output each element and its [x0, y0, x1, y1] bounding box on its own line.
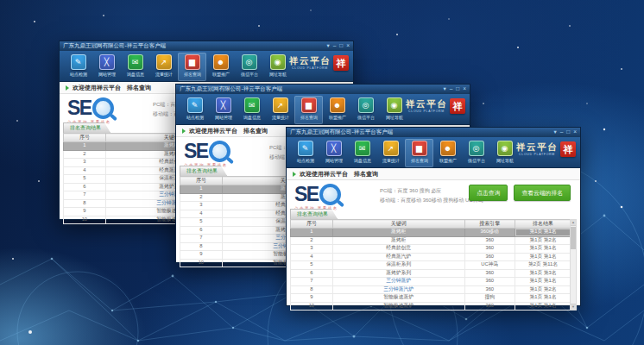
- window-controls: ▾ – □ ×: [439, 86, 466, 92]
- table-body: 1 蒸烤柜 360移动 第1页 第1名 2 蒸烤柜 360 第1页 第2名 3 …: [291, 229, 571, 310]
- green-arrow-icon: [293, 172, 296, 177]
- window-titlebar[interactable]: 广东九鼎王冠网有限公司-祥云平台客户端 ▾ – □ ×: [60, 41, 353, 51]
- green-arrow-icon: [182, 129, 186, 134]
- toolbar-item-site-manage[interactable]: ╳ 网站管理: [92, 53, 121, 81]
- toolbar-item-site-manage[interactable]: ╳ 网站管理: [319, 139, 348, 167]
- site-navigation-icon: ◉: [387, 97, 402, 113]
- close-button[interactable]: ×: [573, 129, 577, 135]
- maximize-button[interactable]: □: [456, 86, 459, 92]
- scrollbar-thumb[interactable]: [571, 227, 576, 249]
- window-controls: ▾ – □ ×: [323, 43, 350, 49]
- toolbar-item-marketing-platform[interactable]: ◎ 微信平台: [235, 53, 263, 81]
- mobile-engines: 移动端：百度移动 360移动 搜狗移动 UC神马: [380, 196, 483, 205]
- desktop-background: 广东九鼎王冠网有限公司-祥云平台客户端 ▾ – □ × ✎ 站点检测 ╳ 网站管…: [0, 0, 644, 345]
- scroll-down-icon[interactable]: ▼: [571, 304, 576, 310]
- close-button[interactable]: ×: [463, 86, 466, 92]
- toolbar-item-rank-query[interactable]: ▆ 排名查询: [178, 53, 206, 81]
- minimize-button[interactable]: –: [333, 43, 337, 49]
- brand-logo-icon: 祥: [333, 55, 349, 71]
- table-row[interactable]: 6 蒸烤炉系列 360 第1页 第3名: [291, 269, 571, 278]
- maximize-button[interactable]: □: [339, 43, 343, 49]
- window-title: 广东九鼎王冠网有限公司-祥云平台客户端: [180, 85, 439, 93]
- traffic-stats-icon: ↗: [383, 141, 399, 156]
- seo-logo: SE 点击查询 查看排名: [294, 184, 341, 210]
- window-controls: ▾ – □ ×: [550, 129, 577, 135]
- toolbar-item-traffic-stats[interactable]: ↗ 流量统计: [149, 53, 178, 81]
- brand-logo-icon: 祥: [560, 141, 576, 157]
- content-area: SE 点击查询 查看排名 PC端：百度 360 搜狗 必应 移动端：百度移动 3…: [287, 180, 580, 305]
- table-row[interactable]: 1 蒸烤柜 360移动 第1页 第1名: [291, 229, 571, 237]
- table-row[interactable]: 5 保温柜系列 UC神马 第2页 第11名: [291, 261, 571, 270]
- toolbar-item-site-navigation[interactable]: ◉ 网址导航: [380, 96, 408, 124]
- tab-rank-results[interactable]: 排名查询结果: [63, 122, 110, 133]
- brand-logo-icon: 祥: [450, 98, 465, 114]
- toolbar-item-site-check[interactable]: ✎ 站点检测: [291, 139, 319, 167]
- tab-rank-results[interactable]: 排名查询结果: [180, 166, 227, 176]
- toolbar-item-site-navigation[interactable]: ◉ 网址导航: [263, 53, 292, 81]
- table-row[interactable]: 4 经典蒸汽炉 360 第1页 第1名: [291, 253, 571, 261]
- alliance-promo-icon: ☻: [213, 54, 229, 70]
- toolbar-item-alliance-promo[interactable]: ☻ 联盟推广: [323, 96, 351, 124]
- brand-name: 祥云平台: [289, 56, 331, 66]
- toolbar-item-marketing-platform[interactable]: ◎ 微信平台: [462, 139, 490, 167]
- section-title: 排名查询: [243, 127, 268, 135]
- query-button[interactable]: 点击查询: [469, 185, 508, 201]
- toolbar-item-alliance-promo[interactable]: ☻ 联盟推广: [206, 53, 235, 81]
- window-titlebar[interactable]: 广东九鼎王冠网有限公司-祥云平台客户端 ▾ – □ ×: [176, 85, 470, 94]
- toolbar-item-site-manage[interactable]: ╳ 网站管理: [209, 96, 237, 124]
- seo-logo: SE 点击查询 查看排名: [184, 141, 230, 167]
- toolbar-item-site-check[interactable]: ✎ 站点检测: [64, 53, 92, 81]
- brand-subtitle: CLOUD PLATFORM: [289, 66, 331, 70]
- header-rank: 排名结果: [515, 220, 571, 229]
- traffic-stats-icon: ↗: [273, 97, 288, 113]
- pc-engines: PC端：百度 360 搜狗 必应: [380, 186, 483, 196]
- brand-area: 祥云平台 CLOUD PLATFORM 祥: [406, 98, 465, 114]
- table-header-row: 序号 关键词 搜索引擎 排名结果: [291, 220, 571, 229]
- toolbar-item-inquiry-info[interactable]: ✉ 询盘信息: [237, 96, 266, 124]
- minimize-button[interactable]: –: [560, 129, 564, 135]
- site-manage-icon: ╳: [216, 97, 231, 113]
- green-arrow-icon: [66, 85, 69, 91]
- action-buttons: 点击查询 查看云端的排名: [469, 185, 571, 201]
- header-no: 序号: [64, 134, 106, 142]
- menu-button[interactable]: ▾: [443, 86, 445, 92]
- section-title: 排名查询: [354, 170, 378, 179]
- rank-query-icon: ▆: [412, 141, 427, 156]
- toolbar-item-traffic-stats[interactable]: ↗ 流量统计: [266, 96, 294, 124]
- table-row[interactable]: 10 智能极速蒸炉 360 第1页 第1名: [291, 302, 571, 310]
- table-row[interactable]: 8 三分钟蒸汽炉 360 第1页 第2名: [291, 285, 571, 294]
- toolbar-item-inquiry-info[interactable]: ✉ 询盘信息: [348, 139, 376, 167]
- magnifier-icon: [92, 97, 114, 119]
- header-keyword: 关键词: [332, 220, 464, 229]
- toolbar-item-site-navigation[interactable]: ◉ 网址导航: [490, 139, 519, 167]
- table-scrollbar[interactable]: ▲ ▼: [570, 219, 577, 310]
- site-navigation-icon: ◉: [497, 141, 513, 156]
- close-button[interactable]: ×: [346, 43, 350, 49]
- minimize-button[interactable]: –: [450, 86, 453, 92]
- toolbar-item-marketing-platform[interactable]: ◎ 微信平台: [351, 96, 380, 124]
- table-row[interactable]: 9 智能极速蒸炉 搜狗 第1页 第1名: [291, 294, 571, 303]
- tab-row: 排名查询结果: [290, 210, 577, 219]
- window-titlebar[interactable]: 广东九鼎王冠网有限公司-祥云平台客户端 ▾ – □ ×: [287, 128, 580, 137]
- table-row[interactable]: 7 三分钟蒸炉 360 第1页 第1名: [291, 278, 571, 286]
- menu-button[interactable]: ▾: [326, 43, 329, 49]
- rank-query-icon: ▆: [301, 97, 317, 113]
- view-cloud-rank-button[interactable]: 查看云端的排名: [514, 185, 571, 201]
- table-row[interactable]: 2 蒸烤柜 360 第1页 第2名: [291, 236, 571, 245]
- toolbar-item-rank-query[interactable]: ▆ 排名查询: [294, 96, 323, 124]
- welcome-text: 欢迎使用祥云平台: [300, 170, 348, 179]
- tab-rank-results[interactable]: 排名查询结果: [290, 209, 338, 219]
- hero-area: SE 点击查询 查看排名 PC端：百度 360 搜狗 必应 移动端：百度移动 3…: [290, 180, 577, 210]
- table-row[interactable]: 3 经典款创意 360 第1页 第1名: [291, 245, 571, 254]
- alliance-promo-icon: ☻: [330, 97, 345, 113]
- toolbar-item-rank-query[interactable]: ▆ 排名查询: [405, 139, 433, 167]
- menu-button[interactable]: ▾: [553, 129, 556, 135]
- app-window-front: 广东九鼎王冠网有限公司-祥云平台客户端 ▾ – □ × ✎ 站点检测 ╳ 网站管…: [286, 127, 581, 306]
- marketing-platform-icon: ◎: [242, 54, 257, 70]
- toolbar-item-alliance-promo[interactable]: ☻ 联盟推广: [433, 139, 462, 167]
- toolbar-item-inquiry-info[interactable]: ✉ 询盘信息: [121, 53, 149, 81]
- maximize-button[interactable]: □: [566, 129, 570, 135]
- toolbar-item-traffic-stats[interactable]: ↗ 流量统计: [376, 139, 405, 167]
- scroll-up-icon[interactable]: ▲: [571, 220, 576, 226]
- toolbar-item-site-check[interactable]: ✎ 站点检测: [180, 96, 209, 124]
